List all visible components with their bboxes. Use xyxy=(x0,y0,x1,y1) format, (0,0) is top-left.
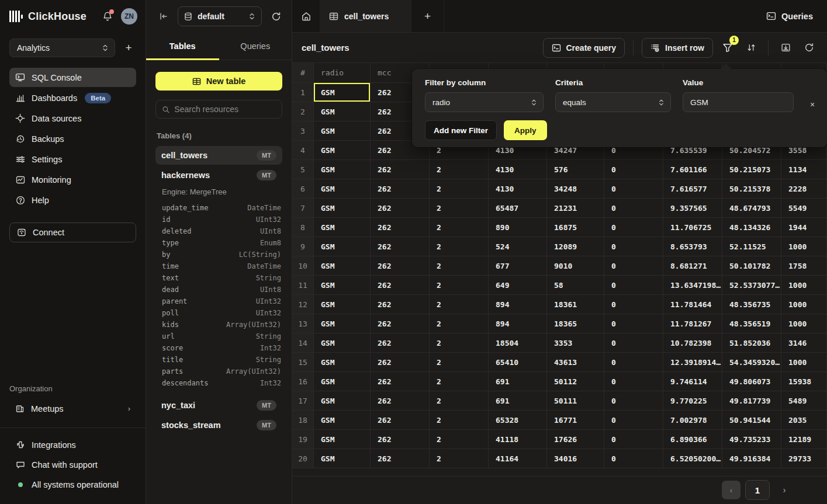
filter-button[interactable]: 1 xyxy=(719,39,736,57)
data-cell[interactable]: 890 xyxy=(489,218,547,237)
data-cell[interactable]: 16875 xyxy=(547,218,604,237)
data-cell[interactable]: GSM xyxy=(314,353,371,371)
data-cell[interactable]: 21231 xyxy=(547,199,604,217)
notifications-button[interactable] xyxy=(102,11,113,22)
data-cell[interactable]: 54.3459320… xyxy=(722,353,781,371)
data-cell[interactable]: 894 xyxy=(489,314,547,333)
table-item-nyc-taxi[interactable]: nyc_taxi MT xyxy=(155,396,282,415)
filter-value-input[interactable] xyxy=(683,92,794,112)
data-cell[interactable]: 1944 xyxy=(781,218,827,237)
sort-button[interactable] xyxy=(742,39,760,57)
data-cell[interactable]: 0 xyxy=(604,160,663,179)
data-cell[interactable]: 34016 xyxy=(547,449,604,468)
data-cell[interactable]: 576 xyxy=(547,160,604,179)
data-cell[interactable]: GSM xyxy=(314,102,371,121)
data-cell[interactable]: GSM xyxy=(314,333,371,352)
add-new-filter-button[interactable]: Add new Filter xyxy=(425,120,497,140)
data-cell[interactable]: 16771 xyxy=(547,411,604,429)
tab-tables[interactable]: Tables xyxy=(146,33,219,60)
data-cell[interactable]: 49.817739 xyxy=(722,391,781,410)
data-cell[interactable]: 58 xyxy=(547,276,604,294)
data-cell[interactable]: 262 xyxy=(371,353,430,371)
data-cell[interactable]: 3146 xyxy=(781,333,827,352)
data-cell[interactable]: 50.101782 xyxy=(722,256,781,275)
data-cell[interactable]: 50.215073 xyxy=(722,160,781,179)
data-cell[interactable]: 6.890366 xyxy=(663,430,722,449)
workspace-select[interactable]: Analytics xyxy=(9,39,115,57)
data-cell[interactable]: 2 xyxy=(430,199,489,217)
data-cell[interactable]: GSM xyxy=(314,276,371,294)
data-cell[interactable]: GSM xyxy=(314,314,371,333)
data-cell[interactable]: 2 xyxy=(430,295,489,314)
data-cell[interactable]: 41118 xyxy=(489,430,547,449)
data-cell[interactable]: 0 xyxy=(604,411,663,429)
data-cell[interactable]: 15938 xyxy=(781,372,827,391)
data-cell[interactable]: 0 xyxy=(604,372,663,391)
data-cell[interactable]: 262 xyxy=(371,218,430,237)
data-cell[interactable]: 51.852036 xyxy=(722,333,781,352)
remove-filter-button[interactable]: × xyxy=(805,98,819,112)
data-cell[interactable]: 65487 xyxy=(489,199,547,217)
search-box[interactable] xyxy=(155,100,282,119)
data-cell[interactable]: 2 xyxy=(430,218,489,237)
data-cell[interactable]: 7.002978 xyxy=(663,411,722,429)
column-header[interactable]: radio xyxy=(314,63,371,82)
insert-row-button[interactable]: Insert row xyxy=(642,38,713,58)
data-cell[interactable]: 262 xyxy=(371,333,430,352)
data-cell[interactable]: 2 xyxy=(430,372,489,391)
data-cell[interactable]: 262 xyxy=(371,160,430,179)
data-cell[interactable]: 48.674793 xyxy=(722,199,781,217)
data-cell[interactable]: 1758 xyxy=(781,256,827,275)
search-input[interactable] xyxy=(174,105,276,114)
data-cell[interactable]: 9.746114 xyxy=(663,372,722,391)
sidebar-item-settings[interactable]: Settings xyxy=(9,150,136,169)
sidebar-item-monitoring[interactable]: Monitoring xyxy=(9,170,136,189)
data-cell[interactable]: 894 xyxy=(489,295,547,314)
queries-button[interactable]: Queries xyxy=(752,0,827,32)
database-select[interactable]: default xyxy=(178,6,262,26)
criteria-select[interactable]: equals xyxy=(555,92,671,112)
sidebar-item-sql-console[interactable]: SQL Console xyxy=(9,68,136,87)
data-cell[interactable]: 2 xyxy=(430,314,489,333)
data-cell[interactable]: GSM xyxy=(314,218,371,237)
data-cell[interactable]: 8.681271 xyxy=(663,256,722,275)
data-cell[interactable]: 524 xyxy=(489,237,547,256)
data-cell[interactable]: 7.601166 xyxy=(663,160,722,179)
data-cell[interactable]: 262 xyxy=(371,179,430,198)
data-cell[interactable]: 2 xyxy=(430,237,489,256)
data-cell[interactable]: 9010 xyxy=(547,256,604,275)
data-cell[interactable]: 52.5373077… xyxy=(722,276,781,294)
data-cell[interactable]: 262 xyxy=(371,411,430,429)
data-cell[interactable]: 262 xyxy=(371,314,430,333)
data-cell[interactable]: 6.52050200… xyxy=(663,449,722,468)
data-cell[interactable]: 1000 xyxy=(781,353,827,371)
data-cell[interactable]: 0 xyxy=(604,449,663,468)
data-cell[interactable]: 262 xyxy=(371,256,430,275)
data-cell[interactable]: 9.357565 xyxy=(663,199,722,217)
data-cell[interactable]: 0 xyxy=(604,333,663,352)
data-cell[interactable]: 262 xyxy=(371,295,430,314)
data-cell[interactable]: 17626 xyxy=(547,430,604,449)
data-cell[interactable]: 0 xyxy=(604,295,663,314)
connect-button[interactable]: Connect xyxy=(9,223,136,242)
current-page-button[interactable]: 1 xyxy=(745,480,770,500)
data-cell[interactable]: 0 xyxy=(604,391,663,410)
data-cell[interactable]: 1000 xyxy=(781,295,827,314)
sidebar-item-backups[interactable]: Backups xyxy=(9,129,136,148)
data-cell[interactable]: 1000 xyxy=(781,237,827,256)
data-cell[interactable]: GSM xyxy=(314,199,371,217)
data-cell[interactable]: 0 xyxy=(604,276,663,294)
data-cell[interactable]: 50.215378 xyxy=(722,179,781,198)
data-cell[interactable]: 41164 xyxy=(489,449,547,468)
data-cell[interactable]: 691 xyxy=(489,391,547,410)
data-cell[interactable]: GSM xyxy=(314,411,371,429)
data-cell[interactable]: 262 xyxy=(371,237,430,256)
download-button[interactable] xyxy=(777,39,794,57)
data-cell[interactable]: GSM xyxy=(314,256,371,275)
data-cell[interactable]: 11.706725 xyxy=(663,218,722,237)
create-query-button[interactable]: Create query xyxy=(543,38,625,58)
data-cell[interactable]: GSM xyxy=(314,449,371,468)
data-cell[interactable]: 2 xyxy=(430,449,489,468)
data-cell[interactable]: 65328 xyxy=(489,411,547,429)
data-cell[interactable]: GSM xyxy=(314,295,371,314)
